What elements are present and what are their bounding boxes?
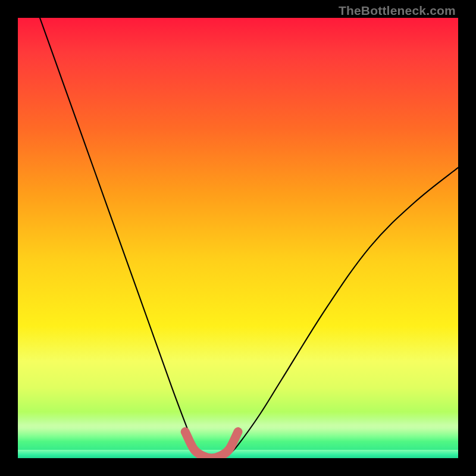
- chart-frame: TheBottleneck.com: [0, 0, 476, 476]
- bottleneck-curve-path: [40, 18, 458, 458]
- watermark-text: TheBottleneck.com: [339, 4, 456, 18]
- chart-svg: [18, 18, 458, 458]
- plot-area: [18, 18, 458, 458]
- valley-highlight-path: [185, 432, 238, 458]
